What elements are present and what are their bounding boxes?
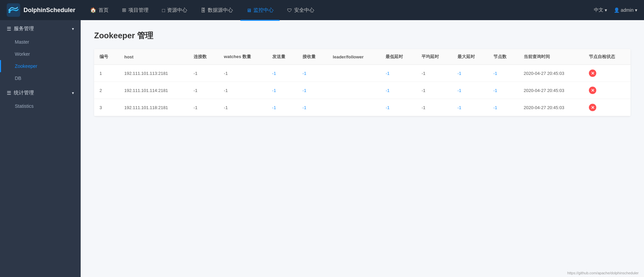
col-max-latency: 最大延时 (452, 49, 488, 65)
table-body: 1192.111.101.113:2181-1-1-1-1-1-1-1-1202… (94, 65, 631, 116)
cell-avg-latency: -1 (416, 82, 452, 99)
chevron-down-icon: ▾ (635, 7, 637, 13)
cell-leader-follower (327, 99, 380, 116)
sidebar-group-statistics-left: ☰ 统计管理 (7, 90, 34, 96)
cell-status: ✕ (583, 65, 631, 82)
main-content: Zookeeper 管理 编号 host 连接数 watches 数量 发送量 … (81, 20, 644, 277)
cell-connections: -1 (188, 99, 218, 116)
chevron-down-icon: ▾ (72, 91, 74, 95)
chevron-down-icon: ▾ (72, 27, 74, 31)
col-id: 编号 (94, 49, 119, 65)
sidebar-group-statistics[interactable]: ☰ 统计管理 ▾ (0, 84, 81, 100)
logo-icon (7, 3, 20, 17)
cell-leader-follower (327, 82, 380, 99)
nav-project[interactable]: ⊞ 项目管理 (116, 4, 155, 16)
col-host: host (119, 49, 188, 65)
cell-watches: -1 (218, 99, 267, 116)
zookeeper-table-container: 编号 host 连接数 watches 数量 发送量 接收量 leader/fo… (94, 49, 631, 116)
cell-max-latency: -1 (452, 99, 488, 116)
menu-icon: ☰ (7, 90, 11, 96)
cell-leader-follower (327, 65, 380, 82)
cell-sent: -1 (267, 99, 297, 116)
sidebar-group-service[interactable]: ☰ 服务管理 ▾ (0, 20, 81, 36)
nav-datasource[interactable]: 🗄 数据源中心 (195, 4, 239, 16)
table-row: 2192.111.101.114:2181-1-1-1-1-1-1-1-1202… (94, 82, 631, 99)
svg-point-2 (8, 11, 10, 13)
cell-connections: -1 (188, 82, 218, 99)
cell-nodes: -1 (488, 82, 518, 99)
cell-min-latency: -1 (380, 99, 416, 116)
cell-avg-latency: -1 (416, 99, 452, 116)
col-query-time: 当前查询时间 (518, 49, 583, 65)
col-received: 接收量 (297, 49, 327, 65)
nav-right: 中文 ▾ 👤 admin ▾ (594, 7, 637, 13)
cell-id: 2 (94, 82, 119, 99)
error-icon: ✕ (589, 70, 596, 77)
sidebar: ☰ 服务管理 ▾ Master Worker Zookeeper DB ☰ 统计… (0, 20, 81, 277)
layout: ☰ 服务管理 ▾ Master Worker Zookeeper DB ☰ 统计… (0, 20, 644, 277)
cell-sent: -1 (267, 82, 297, 99)
table-row: 1192.111.101.113:2181-1-1-1-1-1-1-1-1202… (94, 65, 631, 82)
nav-monitor[interactable]: 🖥 监控中心 (240, 4, 280, 16)
svg-point-1 (8, 9, 10, 11)
cell-watches: -1 (218, 65, 267, 82)
resource-icon: □ (162, 7, 165, 13)
cell-host: 192.111.101.113:2181 (119, 65, 188, 82)
user-menu[interactable]: 👤 admin ▾ (614, 7, 637, 13)
monitor-icon: 🖥 (246, 7, 251, 13)
datasource-icon: 🗄 (201, 7, 206, 13)
cell-max-latency: -1 (452, 65, 488, 82)
chevron-down-icon: ▾ (605, 7, 607, 13)
app-name: DolphinScheduler (24, 7, 75, 14)
top-navigation: DolphinScheduler 🏠 首页 ⊞ 项目管理 □ 资源中心 🗄 数据… (0, 0, 644, 20)
project-icon: ⊞ (122, 7, 126, 13)
nav-items: 🏠 首页 ⊞ 项目管理 □ 资源中心 🗄 数据源中心 🖥 监控中心 🛡 安全中心 (84, 4, 594, 16)
sidebar-item-zookeeper[interactable]: Zookeeper (0, 60, 81, 72)
col-sent: 发送量 (267, 49, 297, 65)
cell-connections: -1 (188, 65, 218, 82)
cell-received: -1 (297, 82, 327, 99)
cell-watches: -1 (218, 82, 267, 99)
sidebar-item-db[interactable]: DB (0, 72, 81, 84)
cell-id: 3 (94, 99, 119, 116)
error-icon: ✕ (589, 87, 596, 94)
sidebar-item-master[interactable]: Master (0, 36, 81, 48)
menu-icon: ☰ (7, 26, 11, 32)
page-title: Zookeeper 管理 (94, 30, 631, 41)
cell-sent: -1 (267, 65, 297, 82)
cell-received: -1 (297, 65, 327, 82)
cell-query-time: 2020-04-27 20:45:03 (518, 82, 583, 99)
logo-area: DolphinScheduler (7, 3, 84, 17)
cell-min-latency: -1 (380, 82, 416, 99)
sidebar-group-service-left: ☰ 服务管理 (7, 26, 34, 32)
col-min-latency: 最低延时 (380, 49, 416, 65)
home-icon: 🏠 (90, 7, 96, 13)
col-leader-follower: leader/follower (327, 49, 380, 65)
col-status: 节点自检状态 (583, 49, 631, 65)
cell-query-time: 2020-04-27 20:45:03 (518, 99, 583, 116)
nav-home[interactable]: 🏠 首页 (84, 4, 115, 16)
nav-resource[interactable]: □ 资源中心 (156, 4, 193, 16)
cell-id: 1 (94, 65, 119, 82)
error-icon: ✕ (589, 104, 596, 111)
security-icon: 🛡 (287, 7, 292, 13)
col-nodes: 节点数 (488, 49, 518, 65)
table-row: 3192.111.101.118:2181-1-1-1-1-1-1-1-1202… (94, 99, 631, 116)
language-selector[interactable]: 中文 ▾ (594, 7, 607, 13)
sidebar-item-statistics[interactable]: Statistics (0, 100, 81, 112)
cell-status: ✕ (583, 99, 631, 116)
zookeeper-table: 编号 host 连接数 watches 数量 发送量 接收量 leader/fo… (94, 49, 631, 116)
cell-nodes: -1 (488, 65, 518, 82)
cell-host: 192.111.101.114:2181 (119, 82, 188, 99)
cell-min-latency: -1 (380, 65, 416, 82)
cell-status: ✕ (583, 82, 631, 99)
cell-host: 192.111.101.118:2181 (119, 99, 188, 116)
nav-security[interactable]: 🛡 安全中心 (281, 4, 320, 16)
col-watches: watches 数量 (218, 49, 267, 65)
table-header: 编号 host 连接数 watches 数量 发送量 接收量 leader/fo… (94, 49, 631, 65)
sidebar-item-worker[interactable]: Worker (0, 48, 81, 60)
cell-nodes: -1 (488, 99, 518, 116)
col-connections: 连接数 (188, 49, 218, 65)
cell-query-time: 2020-04-27 20:45:03 (518, 65, 583, 82)
footer: https://github.com/apache/dolphinschedul… (562, 269, 644, 277)
